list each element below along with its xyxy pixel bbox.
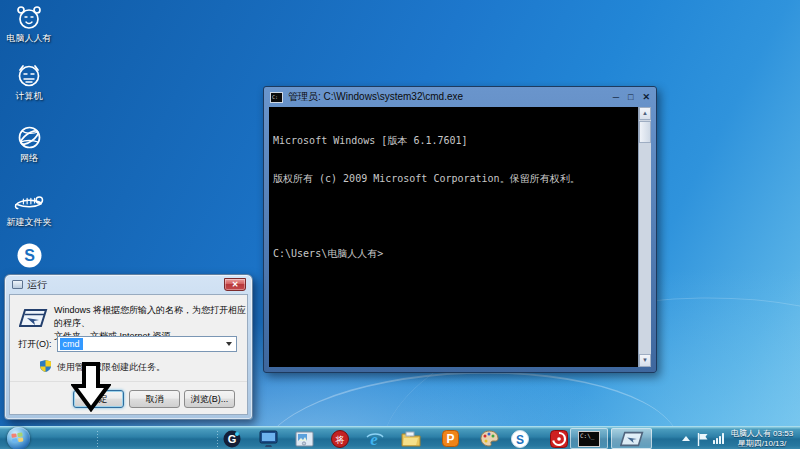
run-program-icon xyxy=(19,307,49,335)
minimize-icon[interactable]: ─ xyxy=(613,92,619,102)
show-hidden-icons-icon[interactable] xyxy=(682,436,690,441)
admin-note: 使用管理权限创建此任务。 xyxy=(57,361,165,374)
windows-logo-icon xyxy=(11,432,25,445)
cancel-button[interactable]: 取消 xyxy=(129,390,180,408)
desktop-icon-label: 网络 xyxy=(0,153,58,163)
svg-text:S: S xyxy=(516,432,524,446)
run-dialog-title: 运行 xyxy=(27,278,47,292)
taskbar-separator xyxy=(96,430,99,447)
browse-button[interactable]: 浏览(B)... xyxy=(184,390,235,408)
svg-text:G: G xyxy=(228,433,237,445)
sogou-s-icon: S xyxy=(14,241,44,269)
paint-palette-icon[interactable] xyxy=(478,429,500,448)
run-input[interactable]: cmd xyxy=(57,336,238,352)
run-dialog: 运行 ✕ Windows 将根据您所输入的名称，为您打开相应的程序、 文件夹、文… xyxy=(4,274,253,420)
clock-time: 电脑人人有 03:53 xyxy=(726,429,798,439)
chinese-chess-icon[interactable]: 将 xyxy=(329,429,351,448)
desktop-icon-sogou[interactable]: S xyxy=(0,241,58,271)
taskbar-separator xyxy=(216,430,219,447)
close-button[interactable]: ✕ xyxy=(224,278,246,291)
svg-text:将: 将 xyxy=(335,434,345,444)
tiger-face-icon xyxy=(14,3,44,31)
console-line: 版权所有 (c) 2009 Microsoft Corporation。保留所有… xyxy=(273,173,634,186)
desktop-icon-network[interactable]: 网络 xyxy=(0,123,58,163)
run-input-value: cmd xyxy=(60,338,83,350)
svg-text:e: e xyxy=(370,430,378,448)
cmd-window-icon: C: xyxy=(270,92,283,103)
cmd-window-title: 管理员: C:\Windows\system32\cmd.exe xyxy=(288,90,463,104)
cmd-taskbar-button[interactable]: C:\_ xyxy=(570,428,608,449)
g-browser-icon[interactable]: G xyxy=(221,429,243,448)
cmd-icon: C:\_ xyxy=(578,431,600,447)
desktop-icon-computer[interactable]: 计算机 xyxy=(0,61,58,101)
close-icon[interactable]: ✕ xyxy=(642,92,650,102)
maximize-icon[interactable]: □ xyxy=(628,92,633,102)
taskbar: G 将 e P S xyxy=(0,426,800,449)
run-taskbar-button[interactable] xyxy=(611,428,652,449)
desktop-icon-label: 新建文件夹 xyxy=(0,217,58,227)
scroll-up-icon[interactable]: ▲ xyxy=(639,107,651,120)
run-dialog-body: Windows 将根据您所输入的名称，为您打开相应的程序、 文件夹、文档或 In… xyxy=(9,294,248,415)
lying-tiger-icon xyxy=(14,187,44,215)
cmd-titlebar[interactable]: C: 管理员: C:\Windows\system32\cmd.exe ─ □ … xyxy=(264,87,656,107)
run-dialog-titlebar[interactable]: 运行 xyxy=(5,275,252,294)
media-player-icon[interactable] xyxy=(548,429,570,448)
network-signal-icon[interactable] xyxy=(713,433,724,444)
taskbar-clock[interactable]: 电脑人人有 03:53 星期四/10/13/ xyxy=(726,429,798,448)
chevron-down-icon[interactable] xyxy=(222,338,235,350)
console-line: Microsoft Windows [版本 6.1.7601] xyxy=(273,135,634,148)
console-output[interactable]: Microsoft Windows [版本 6.1.7601] 版权所有 (c)… xyxy=(269,107,638,367)
pps-player-icon[interactable]: P xyxy=(439,429,461,448)
documents-folder-icon[interactable] xyxy=(400,429,422,448)
console-line xyxy=(273,210,634,223)
photo-viewer-icon[interactable] xyxy=(293,429,315,448)
internet-explorer-icon[interactable]: e xyxy=(364,429,386,448)
desktop-icon-label: 电脑人人有 xyxy=(0,33,58,43)
display-settings-icon[interactable] xyxy=(257,429,279,448)
run-dialog-icon xyxy=(12,280,23,289)
desktop-icon-new-folder[interactable]: 新建文件夹 xyxy=(0,187,58,227)
uac-shield-icon xyxy=(40,358,51,376)
svg-text:S: S xyxy=(24,247,35,264)
console-prompt: C:\Users\电脑人人有> xyxy=(273,248,634,261)
scrollbar-thumb[interactable] xyxy=(639,121,651,143)
run-icon xyxy=(620,431,644,447)
scroll-down-icon[interactable]: ▼ xyxy=(639,354,651,367)
console-scrollbar[interactable]: ▲ ▼ xyxy=(638,107,651,367)
action-center-flag-icon[interactable] xyxy=(697,432,708,449)
desktop-icon-label: 计算机 xyxy=(0,91,58,101)
desktop-icon-computer-owner[interactable]: 电脑人人有 xyxy=(0,3,58,43)
globe-icon xyxy=(14,123,44,151)
tiger-head-icon xyxy=(14,61,44,89)
clock-date: 星期四/10/13/ xyxy=(726,439,798,449)
sogou-browser-icon[interactable]: S xyxy=(509,429,531,448)
ok-button[interactable]: 确定 xyxy=(73,390,124,408)
button-strip: 确定 取消 浏览(B)... xyxy=(10,381,247,414)
start-button[interactable] xyxy=(7,427,30,449)
open-label: 打开(O): xyxy=(18,338,52,351)
cmd-window: C: 管理员: C:\Windows\system32\cmd.exe ─ □ … xyxy=(263,86,657,373)
svg-text:P: P xyxy=(446,432,454,446)
